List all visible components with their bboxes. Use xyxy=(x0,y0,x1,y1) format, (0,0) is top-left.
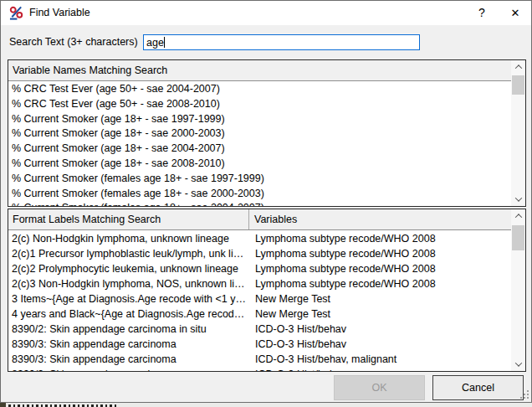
scroll-up-icon[interactable] xyxy=(511,209,525,223)
scrollbar-thumb[interactable] xyxy=(512,225,524,250)
format-label-cell: 2(c)2 Prolymphocytic leukemia, unknown l… xyxy=(8,261,249,276)
search-text-label: Search Text (3+ characters) xyxy=(9,34,138,50)
variable-cell: ICD-O-3 Hist/behav, malignant xyxy=(249,352,511,367)
format-label-cell: 4 years and Black~{Age at Diagnosis.Age … xyxy=(8,307,249,322)
table-row[interactable]: 8390/3: Skin appendage carcinomaICD-O-3 … xyxy=(8,367,511,371)
format-label-cell: 2(c)3 Non-Hodgkin lymphoma, NOS, unknown… xyxy=(8,276,249,291)
list-item[interactable]: % Current Smoker (females age 18+ - sae … xyxy=(8,172,511,187)
variable-names-header-label: Variable Names Matching Search xyxy=(8,60,167,80)
screen: Find Variable ? ✕ Search Text (3+ charac… xyxy=(0,0,532,407)
variable-cell: ICD-O-3 Hist/behav xyxy=(249,337,511,352)
variable-cell: Lymphoma subtype recode/WHO 2008 xyxy=(249,261,511,276)
format-label-cell: 8390/3: Skin appendage carcinoma xyxy=(8,337,249,352)
variables-column-header[interactable]: Variables xyxy=(249,209,511,229)
table-row[interactable]: 8390/3: Skin appendage carcinomaICD-O-3 … xyxy=(8,352,511,367)
format-labels-listbox: Format Labels Matching Search Variables … xyxy=(8,209,526,372)
table-row[interactable]: 2(c)1 Precursor lymphoblastic leuk/lymph… xyxy=(8,246,511,261)
background-window-sliver xyxy=(0,403,532,407)
table-row[interactable]: 8390/3: Skin appendage carcinomaICD-O-3 … xyxy=(8,337,511,352)
format-label-cell: 2(c) Non-Hodgkin lymphoma, unknown linea… xyxy=(8,231,249,246)
format-labels-column-header[interactable]: Format Labels Matching Search xyxy=(8,209,249,229)
list-item[interactable]: % Current Smoker (females age 18+ - sae … xyxy=(8,187,511,202)
variable-names-header[interactable]: Variable Names Matching Search xyxy=(8,60,511,81)
list-item[interactable]: % Current Smoker (age 18+ - sae 2000-200… xyxy=(8,126,511,142)
format-label-cell: 8390/3: Skin appendage carcinoma xyxy=(8,352,249,367)
app-percent-icon xyxy=(9,6,23,20)
table-row[interactable]: 2(c)3 Non-Hodgkin lymphoma, NOS, unknown… xyxy=(8,276,511,291)
list-item[interactable]: % CRC Test Ever (age 50+ - sae 2004-2007… xyxy=(8,82,511,97)
list-item[interactable]: % Current Smoker (age 18+ - sae 2004-200… xyxy=(8,142,511,157)
find-variable-dialog: Find Variable ? ✕ Search Text (3+ charac… xyxy=(0,0,532,403)
search-input-wrap xyxy=(143,34,420,50)
window-title: Find Variable xyxy=(29,1,90,25)
table-row[interactable]: 3 Items~{Age at Diagnosis.Age recode wit… xyxy=(8,291,511,307)
scroll-down-icon[interactable] xyxy=(511,358,525,371)
scroll-up-icon[interactable] xyxy=(511,60,525,74)
format-label-cell: 2(c)1 Precursor lymphoblastic leuk/lymph… xyxy=(8,246,249,261)
list-item[interactable]: % Current Smoker (age 18+ - sae 1997-199… xyxy=(8,112,511,127)
variable-cell: Lymphoma subtype recode/WHO 2008 xyxy=(249,246,511,261)
table-row[interactable]: 2(c)2 Prolymphocytic leukemia, unknown l… xyxy=(8,261,511,276)
variable-cell: Lymphoma subtype recode/WHO 2008 xyxy=(249,276,511,291)
text-caret xyxy=(164,37,165,48)
ok-button: OK xyxy=(334,375,425,400)
format-labels-scrollbar[interactable] xyxy=(511,209,525,371)
variable-names-scrollbar[interactable] xyxy=(511,60,525,206)
variable-cell: ICD-O-3 Hist/behav xyxy=(249,322,511,337)
variable-cell: New Merge Test xyxy=(249,291,511,307)
cancel-button[interactable]: Cancel xyxy=(432,375,524,400)
list-item[interactable]: % CRC Test Ever (age 50+ - sae 2008-2010… xyxy=(8,97,511,112)
search-input[interactable] xyxy=(143,34,420,50)
format-labels-header-row: Format Labels Matching Search Variables xyxy=(8,209,511,230)
table-row[interactable]: 4 years and Black~{Age at Diagnosis.Age … xyxy=(8,307,511,322)
format-label-cell: 8390/2: Skin appendage carcinoma in situ xyxy=(8,322,249,337)
resize-grip[interactable] xyxy=(520,390,529,399)
scrollbar-thumb[interactable] xyxy=(512,75,524,95)
variable-names-listbox: Variable Names Matching Search % CRC Tes… xyxy=(8,59,526,207)
variable-cell: ICD-O-3 Hist/behav xyxy=(249,367,511,371)
table-row[interactable]: 2(c) Non-Hodgkin lymphoma, unknown linea… xyxy=(8,231,511,246)
format-label-cell: 8390/3: Skin appendage carcinoma xyxy=(8,367,249,371)
format-labels-table: 2(c) Non-Hodgkin lymphoma, unknown linea… xyxy=(8,231,511,371)
close-icon[interactable]: ✕ xyxy=(499,1,532,25)
scroll-down-icon[interactable] xyxy=(511,193,525,206)
list-item[interactable]: % Current Smoker (age 18+ - sae 2008-201… xyxy=(8,157,511,172)
variable-cell: New Merge Test xyxy=(249,307,511,322)
background-window-fragment xyxy=(0,403,6,407)
help-button[interactable]: ? xyxy=(467,1,497,25)
table-row[interactable]: 8390/2: Skin appendage carcinoma in situ… xyxy=(8,322,511,337)
variable-cell: Lymphoma subtype recode/WHO 2008 xyxy=(249,231,511,246)
format-label-cell: 3 Items~{Age at Diagnosis.Age recode wit… xyxy=(8,291,249,307)
list-item[interactable]: % Current Smoker (females age 18+ - sae … xyxy=(8,201,511,206)
variable-names-list: % CRC Test Ever (age 50+ - sae 2004-2007… xyxy=(8,82,511,206)
titlebar: Find Variable ? ✕ xyxy=(1,1,531,25)
